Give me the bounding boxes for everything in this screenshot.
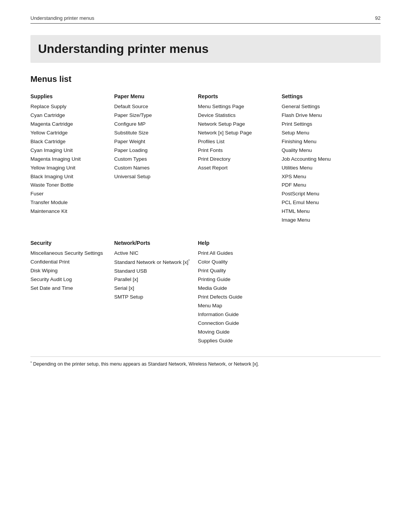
list-item: Maintenance Kit: [30, 207, 107, 216]
page-header: Understanding printer menus 92: [30, 15, 381, 24]
bottom-menus-grid: Security Miscellaneous Security Settings…: [30, 240, 381, 345]
list-item: Flash Drive Menu: [282, 111, 358, 120]
help-header: Help: [198, 240, 373, 246]
list-item: Paper Weight: [114, 137, 190, 146]
list-item: Paper Loading: [114, 146, 190, 155]
list-item: Utilities Menu: [282, 164, 358, 173]
list-item: Custom Names: [114, 164, 190, 173]
list-item: Cyan Imaging Unit: [30, 146, 107, 155]
list-item: Substitute Size: [114, 129, 190, 137]
header-title: Understanding printer menus: [30, 15, 94, 21]
list-item: Device Statistics: [198, 111, 274, 120]
list-item: PCL Emul Menu: [282, 198, 358, 207]
page-container: Understanding printer menus 92 Understan…: [0, 0, 411, 532]
list-item: Network [x] Setup Page: [198, 129, 274, 137]
list-item: Black Imaging Unit: [30, 173, 107, 181]
settings-header: Settings: [282, 93, 358, 99]
list-item: Black Cartridge: [30, 137, 107, 146]
list-item: Printing Guide: [198, 275, 373, 284]
menu-column-security: Security Miscellaneous Security Settings…: [30, 240, 114, 345]
list-item: SMTP Setup: [114, 293, 190, 302]
list-item: Finishing Menu: [282, 137, 358, 146]
list-item: Print Quality: [198, 267, 373, 275]
list-item: Moving Guide: [198, 328, 373, 337]
paper-menu-header: Paper Menu: [114, 93, 190, 99]
reports-header: Reports: [198, 93, 274, 99]
list-item: Universal Setup: [114, 173, 190, 181]
list-item: Job Accounting Menu: [282, 155, 358, 164]
list-item: Replace Supply: [30, 102, 107, 111]
list-item: Cyan Cartridge: [30, 111, 107, 120]
list-item: Serial [x]: [114, 284, 190, 293]
list-item: Quality Menu: [282, 146, 358, 155]
list-item: XPS Menu: [282, 173, 358, 181]
list-item: PostScript Menu: [282, 190, 358, 198]
list-item: Print Defects Guide: [198, 293, 373, 302]
menu-column-help: Help Print All Guides Color Quality Prin…: [198, 240, 381, 345]
section-title: Menus list: [30, 74, 381, 84]
list-item: Print Directory: [198, 155, 274, 164]
footnote-marker: *: [30, 361, 32, 364]
list-item: Miscellaneous Security Settings: [30, 249, 107, 258]
supplies-header: Supplies: [30, 93, 107, 99]
list-item: Print Settings: [282, 120, 358, 129]
list-item: HTML Menu: [282, 207, 358, 216]
list-item: General Settings: [282, 102, 358, 111]
list-item: Parallel [x]: [114, 275, 190, 284]
list-item: PDF Menu: [282, 181, 358, 190]
top-menus-grid: Supplies Replace Supply Cyan Cartridge M…: [30, 93, 381, 225]
list-item: Waste Toner Bottle: [30, 181, 107, 190]
list-item: Magenta Cartridge: [30, 120, 107, 129]
list-item: Media Guide: [198, 284, 373, 293]
page-number: 92: [375, 15, 381, 21]
list-item: Connection Guide: [198, 319, 373, 328]
list-item: Active NIC: [114, 249, 190, 258]
list-item: Security Audit Log: [30, 275, 107, 284]
list-item: Transfer Module: [30, 198, 107, 207]
list-item: Confidential Print: [30, 258, 107, 267]
list-item: Supplies Guide: [198, 337, 373, 345]
list-item: Information Guide: [198, 310, 373, 319]
footnote: * Depending on the printer setup, this m…: [30, 356, 381, 367]
network-ports-header: Network/Ports: [114, 240, 190, 246]
menu-column-reports: Reports Menu Settings Page Device Statis…: [198, 93, 282, 225]
list-item: Setup Menu: [282, 129, 358, 137]
menu-column-paper-menu: Paper Menu Default Source Paper Size/Typ…: [114, 93, 198, 225]
list-item: Paper Size/Type: [114, 111, 190, 120]
footnote-text: Depending on the printer setup, this men…: [33, 362, 259, 367]
list-item: Profiles List: [198, 137, 274, 146]
list-item: Image Menu: [282, 216, 358, 225]
menu-column-settings: Settings General Settings Flash Drive Me…: [282, 93, 365, 225]
menu-column-network-ports: Network/Ports Active NIC Standard Networ…: [114, 240, 198, 345]
list-item: Print All Guides: [198, 249, 373, 258]
list-item: Configure MP: [114, 120, 190, 129]
list-item: Color Quality: [198, 258, 373, 267]
list-item: Menu Settings Page: [198, 102, 274, 111]
list-item: Yellow Cartridge: [30, 129, 107, 137]
list-item: Set Date and Time: [30, 284, 107, 293]
list-item: Yellow Imaging Unit: [30, 164, 107, 173]
list-item: Menu Map: [198, 302, 373, 310]
list-item: Standard USB: [114, 267, 190, 276]
list-item: Fuser: [30, 190, 107, 198]
list-item: Default Source: [114, 102, 190, 111]
list-item: Magenta Imaging Unit: [30, 155, 107, 164]
list-item: Print Fonts: [198, 146, 274, 155]
chapter-title-text: Understanding printer menus: [38, 42, 373, 56]
list-item: Standard Network or Network [x]*: [114, 258, 190, 267]
list-item: Custom Types: [114, 155, 190, 164]
list-item: Network Setup Page: [198, 120, 274, 129]
list-item: Asset Report: [198, 164, 274, 173]
list-item: Disk Wiping: [30, 267, 107, 275]
security-header: Security: [30, 240, 107, 246]
menu-column-supplies: Supplies Replace Supply Cyan Cartridge M…: [30, 93, 114, 225]
chapter-title-block: Understanding printer menus: [30, 35, 381, 63]
